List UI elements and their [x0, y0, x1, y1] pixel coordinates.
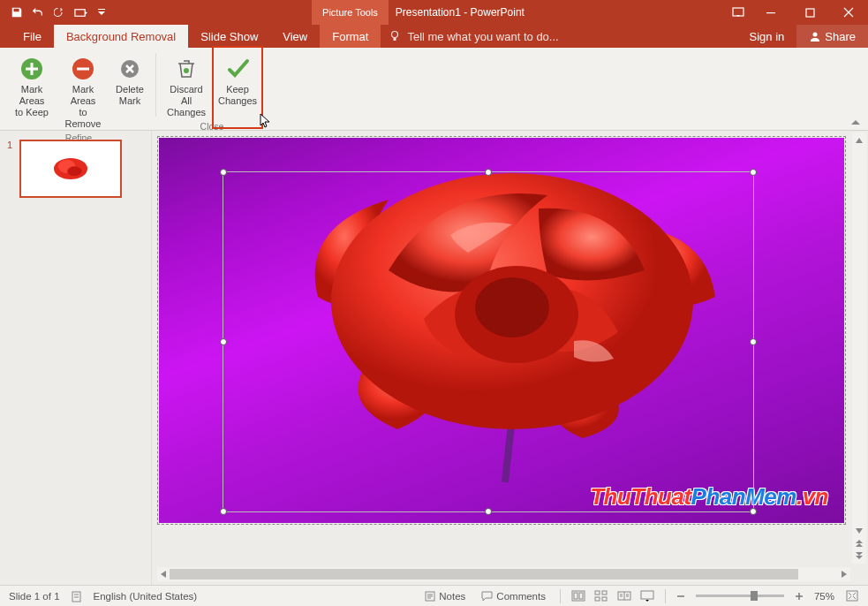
- slide-thumbnail-1[interactable]: 1: [7, 140, 144, 198]
- share-button[interactable]: Share: [796, 25, 868, 48]
- start-from-beginning-button[interactable]: [71, 3, 90, 22]
- plus-circle-icon: [19, 56, 45, 82]
- svg-rect-2: [766, 12, 775, 13]
- redo-button[interactable]: [49, 3, 69, 22]
- ribbon-tabs: File Background Removal Slide Show View …: [0, 25, 868, 48]
- tab-background-removal[interactable]: Background Removal: [54, 25, 188, 48]
- scroll-down-button[interactable]: [853, 525, 865, 537]
- thumbnail-number: 1: [7, 140, 16, 198]
- minimize-button[interactable]: [751, 0, 790, 25]
- keep-changes-button[interactable]: KeepChanges: [213, 49, 262, 119]
- next-slide-button[interactable]: [853, 549, 865, 562]
- save-button[interactable]: [7, 3, 26, 22]
- titlebar: Picture Tools Presentation1 - PowerPoint: [0, 0, 868, 25]
- handle-bot-mid[interactable]: [485, 508, 492, 515]
- tab-view[interactable]: View: [270, 25, 320, 48]
- zoom-percentage[interactable]: 75%: [809, 591, 840, 602]
- handle-top-right[interactable]: [750, 169, 757, 176]
- cursor-icon: [260, 113, 272, 129]
- normal-view-button[interactable]: [568, 587, 589, 605]
- account-area: Sign in Share: [737, 25, 868, 48]
- scroll-left-button[interactable]: [157, 568, 170, 580]
- zoom-in-button[interactable]: [791, 587, 807, 605]
- tell-me-search[interactable]: Tell me what you want to do...: [381, 25, 736, 48]
- tell-me-placeholder: Tell me what you want to do...: [407, 30, 558, 43]
- marquee-box[interactable]: [223, 171, 754, 512]
- notes-icon: [425, 591, 435, 602]
- tab-slide-show[interactable]: Slide Show: [188, 25, 270, 48]
- slide-canvas-area: ThuThuatPhanMem.vn: [152, 131, 868, 585]
- handle-top-left[interactable]: [220, 169, 227, 176]
- window-controls: [751, 0, 868, 25]
- mark-areas-to-keep-button[interactable]: Mark Areasto Keep: [7, 49, 57, 131]
- canvas-viewport[interactable]: ThuThuatPhanMem.vn: [157, 136, 850, 564]
- scroll-right-button[interactable]: [838, 568, 850, 580]
- statusbar: Slide 1 of 1 English (United States) Not…: [0, 585, 868, 606]
- handle-bot-right[interactable]: [750, 508, 757, 515]
- fit-to-window-button[interactable]: [842, 587, 863, 605]
- svg-point-6: [813, 33, 818, 37]
- notes-button[interactable]: Notes: [418, 587, 472, 605]
- svg-rect-1: [733, 8, 743, 16]
- svg-rect-20: [574, 593, 577, 599]
- checkmark-icon: [224, 56, 251, 82]
- svg-rect-5: [394, 38, 396, 41]
- handle-mid-right[interactable]: [750, 338, 757, 345]
- app-title: Presentation1 - PowerPoint: [396, 6, 525, 19]
- zoom-out-button[interactable]: [673, 587, 689, 605]
- status-separator: [665, 589, 666, 603]
- svg-point-13: [67, 166, 81, 176]
- collapse-ribbon-button[interactable]: [850, 117, 861, 128]
- prev-slide-button[interactable]: [853, 537, 865, 549]
- trash-recycle-icon: [175, 57, 198, 80]
- qat-customize-button[interactable]: [92, 3, 111, 22]
- close-button[interactable]: [829, 0, 868, 25]
- mark-areas-to-remove-button[interactable]: Mark Areasto Remove: [58, 49, 108, 131]
- scroll-thumb[interactable]: [170, 569, 798, 579]
- sign-in-button[interactable]: Sign in: [737, 25, 797, 48]
- svg-rect-23: [602, 591, 607, 595]
- minus-circle-icon: [70, 56, 96, 82]
- lightbulb-icon: [389, 30, 402, 42]
- handle-top-mid[interactable]: [485, 169, 492, 176]
- slideshow-view-button[interactable]: [637, 587, 658, 605]
- rose-thumbnail-icon: [44, 152, 97, 186]
- svg-point-10: [184, 68, 189, 73]
- zoom-slider-knob[interactable]: [751, 591, 758, 601]
- tab-file[interactable]: File: [11, 25, 54, 48]
- title-center: Picture Tools Presentation1 - PowerPoint: [111, 0, 725, 25]
- svg-rect-25: [602, 597, 607, 601]
- scroll-track[interactable]: [170, 568, 838, 580]
- handle-bot-left[interactable]: [220, 508, 227, 515]
- work-area: 1: [0, 131, 868, 585]
- group-separator: [155, 53, 156, 117]
- svg-point-4: [392, 32, 398, 38]
- svg-rect-21: [579, 593, 583, 599]
- thumbnail-preview[interactable]: [19, 140, 122, 198]
- ribbon: Mark Areasto Keep Mark Areasto Remove De…: [0, 48, 868, 131]
- handle-mid-left[interactable]: [220, 338, 227, 345]
- delete-mark-button[interactable]: DeleteMark: [109, 49, 150, 131]
- reading-view-button[interactable]: [614, 587, 635, 605]
- comments-button[interactable]: Comments: [474, 587, 553, 605]
- undo-button[interactable]: [28, 3, 48, 22]
- maximize-button[interactable]: [790, 0, 829, 25]
- selected-image[interactable]: ThuThuatPhanMem.vn: [157, 136, 846, 525]
- slide-counter[interactable]: Slide 1 of 1: [9, 591, 60, 602]
- quick-access-toolbar: [0, 3, 111, 22]
- tab-format[interactable]: Format: [320, 25, 381, 48]
- language-status[interactable]: English (United States): [94, 591, 198, 602]
- horizontal-scrollbar[interactable]: [157, 567, 850, 581]
- thumbnail-panel[interactable]: 1: [0, 131, 152, 585]
- sorter-icon: [594, 590, 608, 602]
- spellcheck-status[interactable]: [71, 590, 83, 602]
- scroll-up-button[interactable]: [853, 134, 865, 147]
- vertical-scrollbar[interactable]: [852, 133, 866, 564]
- zoom-slider[interactable]: [696, 595, 784, 597]
- slide-canvas[interactable]: ThuThuatPhanMem.vn: [157, 136, 846, 525]
- ribbon-display-options-button[interactable]: [725, 0, 751, 25]
- slide-sorter-view-button[interactable]: [591, 587, 612, 605]
- normal-view-icon: [571, 590, 585, 602]
- discard-all-changes-button[interactable]: Discard AllChanges: [162, 49, 211, 119]
- svg-rect-28: [847, 591, 857, 601]
